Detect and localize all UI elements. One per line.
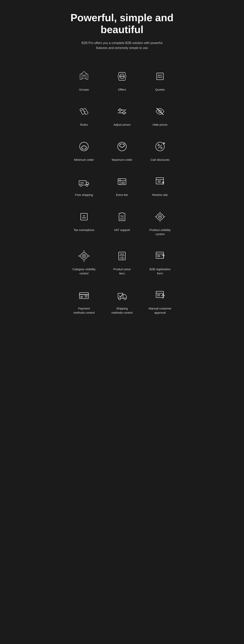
extra-fee-icon	[114, 174, 130, 190]
payment-methods-control-label: Payment methods control	[72, 306, 96, 315]
feature-product-price-tiers: PRICE 1-10 1-70 Product price tiers	[103, 242, 141, 281]
payment-methods-control-icon	[76, 287, 92, 303]
svg-rect-69	[156, 291, 164, 298]
feature-extra-fee: Extra fee	[103, 168, 141, 203]
svg-point-25	[158, 144, 159, 146]
hero-section: Powerful, simple and beautiful B2B Pro o…	[61, 0, 183, 58]
svg-point-68	[124, 298, 126, 300]
adjust-prices-label: Adjust prices	[113, 122, 131, 127]
feature-tax-exemptions: NO FEES Tax exemptions	[65, 203, 103, 242]
hide-prices-label: Hide prices	[153, 122, 167, 127]
maximum-order-icon	[114, 138, 130, 154]
product-price-tiers-icon: PRICE 1-10 1-70	[114, 248, 130, 264]
svg-rect-37	[156, 178, 164, 184]
shipping-methods-control-icon	[114, 287, 130, 303]
svg-point-67	[119, 298, 121, 300]
feature-offers: DEAL Offers	[103, 62, 141, 98]
minimum-order-label: Minimum order	[74, 158, 94, 162]
svg-text:BEST: BEST	[158, 74, 162, 76]
svg-line-15	[157, 108, 163, 115]
product-visibility-control-label: Product visibility control	[148, 228, 172, 236]
offers-label: Offers	[118, 88, 126, 92]
feature-minimum-order: Minimum order	[65, 133, 103, 168]
feature-manual-customer-approval: Manual customer approval	[141, 281, 179, 320]
feature-shipping-methods-control: Shipping methods control	[103, 281, 141, 320]
svg-text:NO: NO	[83, 215, 85, 217]
adjust-prices-icon	[114, 104, 130, 119]
product-price-tiers-label: Product price tiers	[110, 267, 134, 276]
tax-exemptions-label: Tax exemptions	[74, 228, 94, 232]
svg-text:1-70: 1-70	[121, 258, 123, 260]
svg-text:DEAL: DEAL	[119, 75, 125, 78]
offers-icon: DEAL	[114, 68, 130, 84]
svg-line-8	[81, 110, 82, 111]
b2b-registration-form-icon	[152, 248, 168, 264]
rules-icon	[76, 104, 92, 119]
svg-line-27	[158, 145, 162, 148]
svg-text:1-10: 1-10	[121, 256, 123, 258]
maximum-order-label: Maximum order	[112, 158, 132, 162]
svg-text:PRICE: PRICE	[120, 254, 124, 255]
svg-point-13	[123, 112, 125, 114]
tax-exemptions-icon: NO FEES	[76, 209, 92, 225]
feature-product-visibility-control: Product visibility control	[141, 203, 179, 242]
svg-point-48	[159, 216, 161, 217]
rules-label: Rules	[80, 122, 88, 127]
manual-customer-approval-label: Manual customer approval	[148, 306, 172, 315]
feature-b2b-registration-form: B2B registration form	[141, 242, 179, 281]
feature-quotes: BEST PRICE Quotes	[141, 62, 179, 98]
groups-icon: $	[76, 68, 92, 84]
svg-rect-7	[83, 108, 88, 114]
feature-maximum-order: Maximum order	[103, 133, 141, 168]
svg-point-12	[119, 109, 121, 111]
cart-discounts-icon	[152, 138, 168, 154]
feature-cart-discounts: Cart discounts	[141, 133, 179, 168]
quotes-icon: BEST PRICE	[152, 68, 168, 84]
hide-prices-icon	[152, 104, 168, 119]
svg-point-50	[83, 256, 85, 256]
features-grid: $ Groups DEAL Offers BEST PRICE Quotes	[61, 58, 183, 328]
free-shipping-label: Free shipping	[75, 193, 93, 197]
feature-adjust-prices: Adjust prices	[103, 98, 141, 133]
extra-fee-label: Extra fee	[116, 193, 128, 197]
quotes-label: Quotes	[155, 88, 165, 92]
page-subtitle: B2B Pro offers you a complete B2B soluti…	[80, 40, 164, 50]
svg-rect-6	[80, 108, 85, 114]
shipping-methods-control-label: Shipping methods control	[110, 306, 134, 315]
feature-category-visibility-control: Category visibility control	[65, 242, 103, 281]
svg-point-30	[86, 184, 88, 186]
feature-rules: Rules	[65, 98, 103, 133]
restrict-site-icon	[152, 174, 168, 190]
category-visibility-control-label: Category visibility control	[72, 267, 96, 276]
groups-label: Groups	[79, 88, 89, 92]
page-title: Powerful, simple and beautiful	[69, 12, 175, 36]
vat-support-label: VAT support	[114, 228, 130, 232]
svg-text:FEES: FEES	[82, 217, 86, 219]
svg-text:PRICE: PRICE	[158, 76, 163, 78]
svg-point-16	[80, 142, 88, 151]
minimum-order-icon	[76, 138, 92, 154]
b2b-registration-form-label: B2B registration form	[148, 267, 172, 276]
feature-groups: $ Groups	[65, 62, 103, 98]
feature-vat-support: TAX VAT support	[103, 203, 141, 242]
feature-hide-prices: Hide prices	[141, 98, 179, 133]
svg-text:$: $	[83, 74, 85, 77]
vat-support-icon: TAX	[114, 209, 130, 225]
svg-text:TAX: TAX	[120, 215, 124, 217]
svg-point-26	[161, 147, 162, 149]
svg-point-20	[118, 142, 126, 151]
svg-line-9	[84, 111, 85, 112]
feature-free-shipping: FREE Free shipping	[65, 168, 103, 203]
category-visibility-control-icon	[76, 248, 92, 264]
svg-rect-41	[81, 213, 87, 220]
restrict-site-label: Restrict site	[152, 193, 168, 197]
feature-restrict-site: Restrict site	[141, 168, 179, 203]
free-shipping-icon: FREE	[76, 174, 92, 190]
feature-payment-methods-control: Payment methods control	[65, 281, 103, 320]
svg-text:FREE: FREE	[80, 182, 84, 184]
manual-customer-approval-icon	[152, 287, 168, 303]
product-visibility-control-icon	[152, 209, 168, 225]
svg-rect-32	[118, 179, 126, 184]
svg-point-29	[80, 184, 82, 186]
cart-discounts-label: Cart discounts	[151, 158, 170, 162]
